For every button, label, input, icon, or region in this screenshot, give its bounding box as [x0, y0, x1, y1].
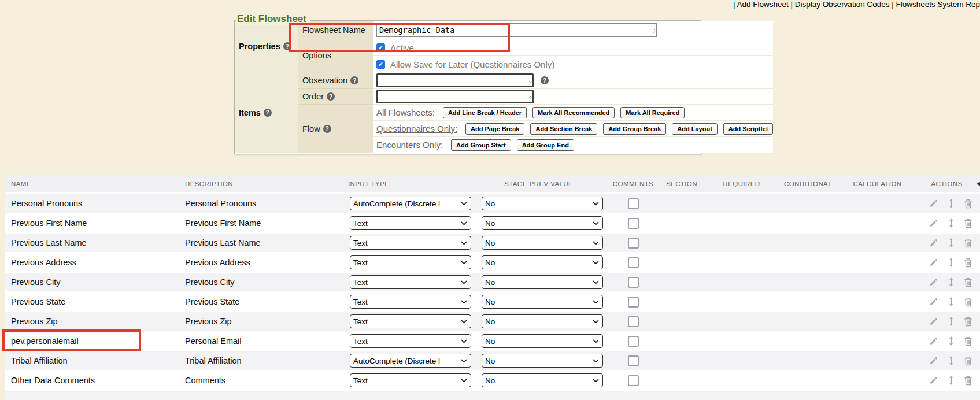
input-type-select[interactable]: Text: [350, 373, 471, 387]
delete-icon[interactable]: [963, 336, 973, 346]
flow-button[interactable]: Add Layout: [672, 123, 718, 135]
delete-icon[interactable]: [963, 218, 973, 228]
comments-checkbox[interactable]: [628, 198, 639, 209]
input-type-select[interactable]: Text: [350, 314, 471, 328]
top-links: | Add Flowsheet | Display Observation Co…: [733, 0, 980, 9]
edit-icon[interactable]: [929, 218, 939, 228]
edit-icon[interactable]: [929, 355, 939, 366]
edit-icon[interactable]: [929, 238, 939, 248]
chevron-down-icon: [593, 202, 599, 206]
row-description: Previous State: [185, 297, 348, 306]
flow-button[interactable]: Add Section Break: [530, 123, 597, 135]
input-type-select[interactable]: Text: [350, 275, 471, 289]
flow-button[interactable]: Add Group Start: [451, 139, 511, 151]
top-link[interactable]: Add Flowsheet: [737, 0, 789, 9]
delete-icon[interactable]: [963, 238, 973, 248]
stage-prev-value-select[interactable]: No: [482, 334, 603, 348]
delete-icon[interactable]: [963, 198, 973, 209]
flow-button[interactable]: Add Group Break: [603, 123, 666, 135]
flow-button[interactable]: Mark All Required: [620, 107, 685, 118]
comments-checkbox[interactable]: [628, 355, 639, 366]
delete-icon[interactable]: [963, 297, 973, 307]
delete-icon[interactable]: [963, 316, 973, 327]
move-icon[interactable]: [947, 238, 955, 248]
comments-checkbox[interactable]: [628, 277, 639, 288]
edit-icon[interactable]: [929, 316, 939, 327]
stage-prev-value-select[interactable]: No: [482, 197, 603, 210]
move-icon[interactable]: [947, 198, 955, 209]
stage-prev-value-select[interactable]: No: [482, 236, 603, 250]
stage-prev-value-select[interactable]: No: [482, 373, 603, 387]
header-section: SECTION: [659, 180, 708, 187]
comments-checkbox[interactable]: [628, 316, 639, 327]
stage-prev-value-select[interactable]: No: [482, 275, 603, 289]
help-icon[interactable]: ?: [264, 109, 272, 117]
comments-checkbox[interactable]: [628, 257, 639, 268]
input-type-select[interactable]: Text: [350, 334, 471, 348]
flow-label: Flow ?: [298, 105, 373, 153]
input-type-select[interactable]: Text: [350, 216, 471, 230]
move-icon[interactable]: [947, 355, 955, 366]
order-input[interactable]: [376, 90, 534, 103]
top-link[interactable]: Flowsheets System Rep: [896, 0, 980, 9]
comments-checkbox[interactable]: [628, 238, 639, 249]
help-icon[interactable]: ?: [350, 76, 358, 84]
input-type-select[interactable]: Text: [350, 236, 471, 250]
help-icon[interactable]: ?: [323, 125, 331, 133]
collapse-arrow-icon[interactable]: [977, 180, 980, 187]
move-icon[interactable]: [947, 316, 955, 327]
comments-checkbox[interactable]: [628, 297, 639, 308]
flowsheet-name-input[interactable]: Demographic Data: [376, 23, 657, 37]
move-icon[interactable]: [947, 297, 955, 307]
move-icon[interactable]: [947, 257, 955, 268]
delete-icon[interactable]: [963, 277, 973, 287]
edit-icon[interactable]: [929, 375, 939, 386]
row-description: Personal Email: [185, 336, 348, 346]
chevron-down-icon: [593, 359, 599, 363]
flow-button[interactable]: Mark All Recommended: [532, 107, 615, 118]
edit-icon[interactable]: [929, 297, 939, 307]
row-description: Personal Pronouns: [185, 199, 348, 208]
resize-grip-icon[interactable]: [527, 91, 532, 102]
delete-icon[interactable]: [963, 375, 973, 386]
input-type-select[interactable]: Text: [350, 295, 471, 309]
input-type-select[interactable]: AutoComplete (Discrete l: [350, 354, 471, 368]
edit-icon[interactable]: [929, 336, 939, 346]
stage-prev-value-select[interactable]: No: [482, 314, 603, 328]
row-description: Comments: [185, 376, 348, 385]
edit-icon[interactable]: [929, 198, 939, 209]
flow-button[interactable]: Add Scriptlet: [723, 123, 773, 135]
move-icon[interactable]: [947, 336, 955, 346]
flow-group: Encounters Only:Add Group StartAdd Group…: [373, 137, 773, 153]
stage-prev-value-select[interactable]: No: [482, 354, 603, 368]
stage-prev-value-select[interactable]: No: [482, 255, 603, 269]
move-icon[interactable]: [947, 218, 955, 228]
flow-button[interactable]: Add Line Break / Header: [443, 107, 527, 118]
delete-icon[interactable]: [963, 257, 973, 268]
comments-checkbox[interactable]: [628, 375, 639, 386]
move-icon[interactable]: [947, 375, 955, 386]
stage-prev-value-select[interactable]: No: [482, 295, 603, 309]
option-checkbox[interactable]: ✓: [376, 60, 385, 69]
input-type-select[interactable]: Text: [350, 255, 471, 269]
input-type-select[interactable]: AutoComplete (Discrete l: [350, 197, 471, 210]
resize-grip-icon[interactable]: [651, 25, 656, 36]
stage-prev-value-select[interactable]: No: [482, 216, 603, 230]
comments-checkbox[interactable]: [628, 218, 639, 229]
edit-icon[interactable]: [929, 277, 939, 287]
top-link[interactable]: Display Observation Codes: [795, 0, 890, 9]
help-icon[interactable]: ?: [283, 42, 291, 50]
help-icon[interactable]: ?: [327, 92, 335, 101]
table-row: Previous Last Name Previous Last Name Te…: [5, 234, 980, 253]
option-checkbox[interactable]: ✓: [376, 43, 385, 52]
edit-icon[interactable]: [929, 257, 939, 268]
help-icon[interactable]: ?: [541, 76, 549, 84]
resize-grip-icon[interactable]: [527, 75, 532, 86]
flow-button[interactable]: Add Group End: [517, 139, 574, 151]
move-icon[interactable]: [947, 277, 955, 287]
comments-checkbox[interactable]: [628, 336, 639, 347]
flow-button[interactable]: Add Page Break: [465, 123, 524, 135]
observation-input[interactable]: [376, 73, 534, 87]
delete-icon[interactable]: [963, 355, 973, 366]
flow-button-groups: All Flowsheets:Add Line Break / HeaderMa…: [373, 105, 773, 153]
